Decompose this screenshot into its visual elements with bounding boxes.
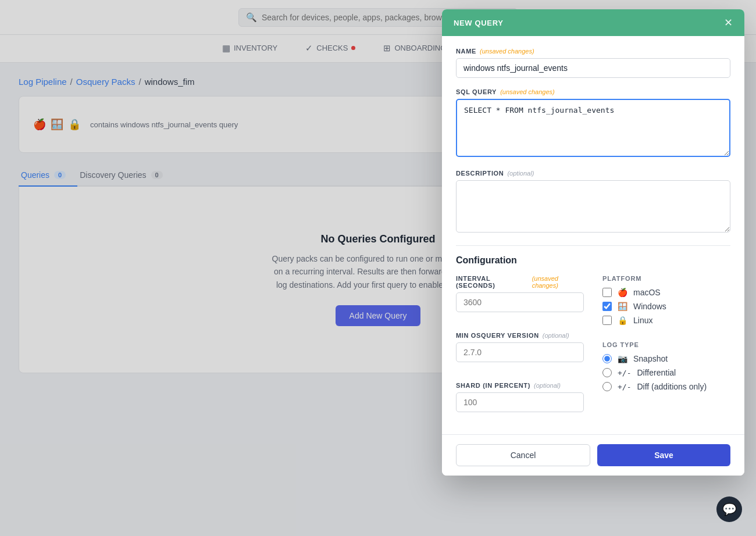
log-type-option-snapshot[interactable]: 📷 Snapshot (602, 354, 730, 363)
differential-icon: +/- (618, 369, 631, 377)
save-button[interactable]: Save (597, 444, 730, 466)
min-osquery-field-group: MIN OSQUERY VERSION (optional) (456, 332, 584, 362)
config-section-title: Configuration (456, 255, 730, 266)
platform-windows-icon: 🪟 (618, 302, 627, 311)
log-type-snapshot-label: Snapshot (633, 354, 668, 363)
interval-unsaved-indicator: (unsaved changes) (532, 275, 584, 289)
platform-label: PLATFORM (602, 275, 730, 282)
sql-unsaved-indicator: (unsaved changes) (500, 88, 555, 95)
name-input[interactable] (456, 58, 730, 78)
shard-input[interactable] (456, 392, 584, 412)
desc-optional-indicator: (optional) (507, 170, 534, 177)
name-label: NAME (unsaved changes) (456, 48, 730, 55)
new-query-modal: NEW QUERY ✕ NAME (unsaved changes) SQL Q… (442, 9, 744, 476)
modal-title: NEW QUERY (454, 19, 504, 27)
diff-add-icon: +/- (618, 383, 631, 391)
platform-option-macos[interactable]: 🍎 macOS (602, 288, 730, 297)
close-icon[interactable]: ✕ (724, 17, 733, 28)
divider (456, 245, 730, 246)
platform-checkbox-windows[interactable] (602, 302, 612, 311)
modal-body: NAME (unsaved changes) SQL QUERY (unsave… (442, 36, 744, 434)
radio-diff-add[interactable] (602, 382, 612, 391)
desc-label: DESCRIPTION (optional) (456, 170, 730, 177)
sql-query-field-group: SQL QUERY (unsaved changes) (456, 88, 730, 159)
platform-macos-label: macOS (633, 288, 661, 297)
description-field-group: DESCRIPTION (optional) (456, 170, 730, 235)
chat-icon: 💬 (722, 502, 737, 516)
description-input[interactable] (456, 180, 730, 233)
sql-input[interactable] (456, 99, 730, 157)
min-osquery-label: MIN OSQUERY VERSION (optional) (456, 332, 584, 339)
config-grid: INTERVAL (SECONDS) (unsaved changes) MIN… (456, 275, 730, 423)
shard-field-group: SHARD (IN PERCENT) (optional) (456, 382, 584, 412)
platform-checkbox-macos[interactable] (602, 288, 612, 297)
sql-label: SQL QUERY (unsaved changes) (456, 88, 730, 95)
chat-bubble[interactable]: 💬 (716, 496, 742, 522)
modal-footer: Cancel Save (442, 434, 744, 476)
min-osquery-optional-indicator: (optional) (543, 332, 569, 339)
snapshot-icon: 📷 (618, 354, 627, 363)
log-type-option-diff-add[interactable]: +/- Diff (additions only) (602, 382, 730, 391)
platform-section: PLATFORM 🍎 macOS 🪟 Windows 🔒 Li (602, 275, 730, 330)
radio-snapshot[interactable] (602, 354, 612, 363)
log-type-option-differential[interactable]: +/- Differential (602, 368, 730, 377)
platform-option-linux[interactable]: 🔒 Linux (602, 316, 730, 325)
platform-linux-icon: 🔒 (618, 316, 627, 325)
platform-linux-label: Linux (633, 316, 652, 325)
interval-label: INTERVAL (SECONDS) (unsaved changes) (456, 275, 584, 289)
name-unsaved-indicator: (unsaved changes) (480, 48, 534, 55)
cancel-button[interactable]: Cancel (456, 444, 590, 466)
platform-windows-label: Windows (633, 302, 666, 311)
interval-field-group: INTERVAL (SECONDS) (unsaved changes) (456, 275, 584, 312)
platform-option-windows[interactable]: 🪟 Windows (602, 302, 730, 311)
log-type-label: LOG TYPE (602, 341, 730, 348)
interval-input[interactable] (456, 292, 584, 312)
log-type-section: LOG TYPE 📷 Snapshot +/- Differential +/- (602, 341, 730, 396)
config-left: INTERVAL (SECONDS) (unsaved changes) MIN… (456, 275, 584, 423)
log-type-differential-label: Differential (637, 368, 676, 377)
config-right: PLATFORM 🍎 macOS 🪟 Windows 🔒 Li (602, 275, 730, 423)
shard-label: SHARD (IN PERCENT) (optional) (456, 382, 584, 389)
radio-differential[interactable] (602, 368, 612, 377)
shard-optional-indicator: (optional) (534, 382, 561, 389)
log-type-diff-add-label: Diff (additions only) (637, 382, 707, 391)
min-osquery-input[interactable] (456, 342, 584, 362)
platform-checkbox-linux[interactable] (602, 316, 612, 325)
modal-header: NEW QUERY ✕ (442, 9, 744, 36)
platform-macos-icon: 🍎 (618, 288, 627, 297)
name-field-group: NAME (unsaved changes) (456, 48, 730, 78)
